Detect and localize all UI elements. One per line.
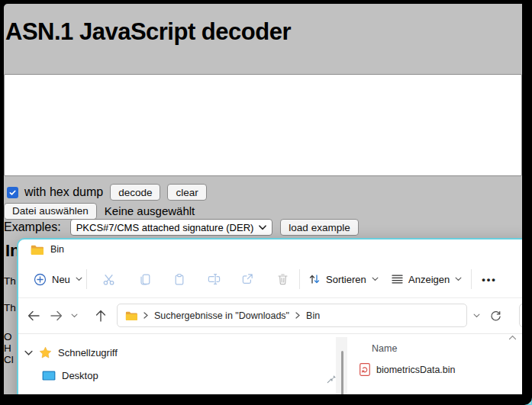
folder-icon — [125, 311, 137, 320]
toolbar-divider — [299, 269, 300, 289]
rename-icon — [208, 273, 221, 285]
cut-button[interactable] — [101, 272, 116, 287]
star-icon — [39, 346, 52, 359]
column-header-name[interactable]: Name — [372, 343, 397, 354]
decode-controls-row: with hex dump decode clear — [4, 184, 207, 201]
examples-select-value: PKCS#7/CMS attached signature (DER) — [76, 222, 254, 233]
trash-icon — [277, 273, 289, 285]
toolbar-divider — [471, 269, 472, 289]
file-list-scroll-up[interactable] — [508, 335, 517, 340]
refresh-button[interactable] — [488, 308, 503, 323]
file-explorer-window: Bin Neu — [17, 238, 532, 405]
clipped-list-text: O — [4, 331, 12, 342]
chevron-down-icon — [372, 277, 379, 281]
bin-file-icon — [360, 363, 370, 376]
decode-button[interactable]: decode — [110, 184, 160, 201]
folder-icon — [31, 245, 44, 255]
address-breadcrumb-box[interactable]: Suchergebnisse in "Downloads" Bin — [117, 304, 467, 327]
sort-button[interactable]: Sortieren — [308, 268, 379, 290]
file-status-text: Keine ausgewählt — [105, 204, 195, 217]
arrow-left-icon — [27, 310, 40, 321]
recent-locations-button[interactable] — [69, 308, 79, 323]
chevron-right-icon — [143, 312, 148, 319]
paste-icon — [173, 273, 185, 286]
delete-button[interactable] — [275, 272, 290, 287]
refresh-icon — [490, 310, 501, 322]
view-button[interactable]: Anzeigen — [392, 268, 462, 290]
chevron-down-icon — [76, 277, 82, 281]
file-row-biometricsdata[interactable]: biometricsData.bin — [360, 363, 456, 376]
arrow-right-icon — [50, 310, 63, 321]
explorer-tab-title: Bin — [50, 244, 64, 255]
clear-button[interactable]: clear — [167, 184, 206, 201]
explorer-tab-bin[interactable]: Bin — [31, 244, 64, 255]
explorer-address-bar: Suchergebnisse in "Downloads" Bin — [18, 298, 530, 334]
chevron-down-icon — [71, 313, 78, 318]
toolbar-divider — [86, 269, 87, 289]
back-button[interactable] — [26, 308, 41, 323]
plus-circle-icon — [34, 273, 47, 286]
new-button[interactable]: Neu — [29, 268, 87, 290]
explorer-toolbar: Neu — [18, 261, 530, 298]
choose-file-button[interactable]: Datei auswählen — [4, 203, 97, 220]
address-dropdown-button[interactable] — [470, 308, 482, 323]
search-box[interactable] — [519, 304, 532, 327]
screenshot-stage: ASN.1 JavaScript decoder with hex dump d… — [0, 0, 532, 405]
arrow-up-icon — [95, 310, 106, 322]
chevron-up-icon — [508, 335, 517, 340]
sidebar-item-desktop[interactable]: Desktop — [42, 370, 98, 381]
sidebar-scrollbar-thumb[interactable] — [341, 351, 343, 405]
desktop-icon — [42, 371, 56, 381]
asn1-input-textarea[interactable] — [4, 74, 522, 176]
chevron-down-icon — [24, 350, 33, 356]
examples-label: Examples: — [4, 220, 61, 234]
clipped-paragraph-text: Th — [4, 275, 16, 287]
share-icon — [241, 273, 253, 285]
view-button-label: Anzeigen — [408, 274, 450, 285]
paste-button[interactable] — [172, 272, 187, 287]
clipped-list-text: H — [4, 342, 11, 354]
explorer-content: Schnellzugriff Desktop — [18, 334, 530, 405]
sidebar-item-label: Desktop — [62, 370, 98, 381]
chevron-down-icon — [455, 277, 462, 281]
copy-button[interactable] — [137, 272, 153, 287]
sort-arrows-icon — [308, 273, 321, 285]
sidebar-item-label: Schnellzugriff — [58, 347, 118, 358]
checkmark-icon — [8, 188, 17, 197]
sidebar-item-quick-access[interactable]: Schnellzugriff — [24, 346, 118, 359]
chevron-right-icon — [295, 312, 300, 319]
clipped-list-text: Cl — [4, 354, 14, 365]
chevron-down-icon — [473, 313, 480, 318]
page-title: ASN.1 JavaScript decoder — [5, 18, 291, 46]
file-input-row: Datei auswählen Keine ausgewählt — [4, 203, 195, 219]
explorer-tab-bar: Bin — [18, 239, 530, 261]
clipped-paragraph-text: Th — [4, 302, 16, 313]
scissors-icon — [102, 273, 115, 286]
load-example-button[interactable]: load example — [280, 219, 358, 236]
breadcrumb-search-results[interactable]: Suchergebnisse in "Downloads" — [154, 310, 289, 321]
share-icon-button[interactable] — [240, 272, 255, 287]
hex-dump-checkbox[interactable] — [7, 187, 18, 198]
copy-icon — [139, 273, 151, 286]
new-button-label: Neu — [52, 274, 70, 285]
up-button[interactable] — [93, 308, 108, 323]
examples-row: Examples: PKCS#7/CMS attached signature … — [4, 219, 359, 236]
view-lines-icon — [392, 274, 403, 284]
examples-select[interactable]: PKCS#7/CMS attached signature (DER) — [70, 219, 273, 236]
file-name: biometricsData.bin — [376, 365, 456, 375]
sort-button-label: Sortieren — [326, 274, 366, 285]
forward-button[interactable] — [49, 308, 64, 323]
rename-button[interactable] — [206, 272, 221, 287]
horizontal-scrollbar[interactable] — [23, 394, 337, 398]
chevron-down-icon — [259, 225, 266, 230]
hex-dump-label: with hex dump — [24, 185, 103, 199]
more-options-button[interactable]: ••• — [479, 272, 499, 287]
breadcrumb-bin[interactable]: Bin — [306, 310, 320, 321]
